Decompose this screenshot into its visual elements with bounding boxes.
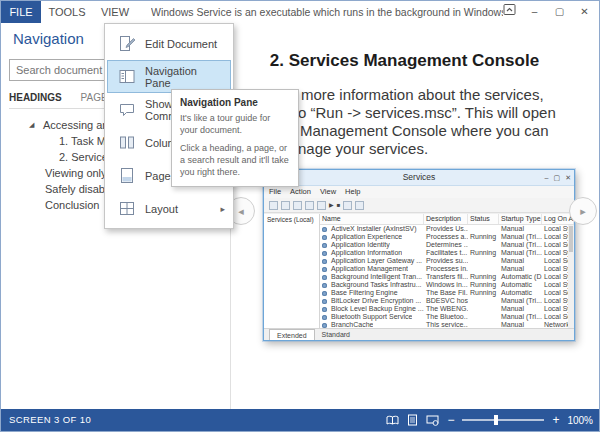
- service-row: ActiveX Installer (AxInstSV) Provides Us…: [320, 225, 574, 233]
- menu-item-edit-document[interactable]: Edit Document: [107, 27, 231, 60]
- tab-headings[interactable]: HEADINGS: [9, 89, 62, 107]
- menu-file: File: [269, 186, 281, 198]
- tooltip-text: It's like a tour guide for your document…: [180, 113, 290, 136]
- next-screen-button[interactable]: ▸: [569, 197, 597, 225]
- service-gear-icon: [322, 259, 327, 264]
- menu-item-label: Edit Document: [145, 38, 217, 50]
- document-text-line: more information about the services,: [301, 86, 544, 103]
- menu-item-label: Layout: [145, 203, 178, 215]
- services-rows: ActiveX Installer (AxInstSV) Provides Us…: [320, 225, 574, 328]
- column-width-icon: [117, 133, 137, 153]
- services-window-controls: – ▢ ✕: [545, 170, 571, 185]
- file-menu-button[interactable]: FILE: [1, 1, 41, 23]
- service-row: Application Identity Determines ... Manu…: [320, 241, 574, 249]
- service-row: Base Filtering Engine The Base Fil... Ru…: [320, 289, 574, 297]
- service-gear-icon: [322, 235, 327, 240]
- service-gear-icon: [322, 283, 327, 288]
- status-bar-right: − + 100%: [386, 409, 593, 431]
- document-heading: 2. Services Management Console: [232, 51, 577, 71]
- print-layout-icon[interactable]: [407, 414, 418, 426]
- submenu-arrow-icon: ▸: [220, 204, 225, 214]
- read-mode-icon[interactable]: [386, 415, 399, 426]
- service-gear-icon: [322, 227, 327, 232]
- service-row: Application Information Facilitates t...…: [320, 249, 574, 257]
- services-title: Services: [264, 170, 574, 185]
- tools-menu-button[interactable]: TOOLS: [45, 1, 89, 23]
- start-service-icon: ▶: [329, 201, 334, 210]
- menu-item-layout[interactable]: Layout ▸: [107, 192, 231, 225]
- services-body: Services (Local) Name Description Status…: [264, 214, 574, 328]
- zoom-level[interactable]: 100%: [567, 415, 593, 426]
- service-gear-icon: [322, 299, 327, 304]
- toolbar-icon: [269, 201, 278, 210]
- service-row: Bluetooth Support Service The Bluetoo...…: [320, 313, 574, 321]
- col-description: Description: [424, 214, 468, 224]
- service-row: BitLocker Drive Encryption ... BDESVC ho…: [320, 297, 574, 305]
- service-row: Background Tasks Infrastru... Windows in…: [320, 281, 574, 289]
- service-gear-icon: [322, 267, 327, 272]
- menu-item-label: Navigation Pane: [145, 65, 225, 89]
- menu-action: Action: [290, 186, 311, 198]
- ribbon-display-options-icon[interactable]: [499, 3, 520, 21]
- heading-label: Conclusion: [45, 197, 99, 213]
- document-text-line: Management Console where you can: [300, 122, 548, 139]
- service-row: Application Layer Gateway ... Provides s…: [320, 257, 574, 265]
- toolbar-icon: [293, 201, 302, 210]
- tab-standard: Standard: [315, 330, 357, 340]
- services-table: Name Description Status Startup Type Log…: [320, 214, 574, 328]
- navigation-pane-tooltip: Navigation Pane It's like a tour guide f…: [171, 89, 299, 187]
- window-controls: – ▢ ✕: [499, 1, 595, 23]
- stop-service-icon: ■: [337, 201, 341, 210]
- service-row: Background Intelligent Tran... Transfers…: [320, 273, 574, 281]
- col-name: Name: [320, 214, 424, 224]
- services-bottom-tabs: Extended Standard: [264, 328, 574, 340]
- web-layout-icon[interactable]: [426, 415, 439, 426]
- document-text-line: nage your services.: [298, 140, 428, 157]
- service-row: BranchCache This service... Manual Netwo…: [320, 321, 574, 328]
- minimize-button[interactable]: –: [524, 3, 545, 21]
- service-gear-icon: [322, 291, 327, 296]
- service-gear-icon: [322, 315, 327, 320]
- minimize-icon: –: [545, 174, 549, 181]
- maximize-icon: ▢: [554, 174, 561, 182]
- menu-view: View: [320, 186, 336, 198]
- document-title: Windows Service is an executable which r…: [151, 1, 503, 23]
- toolbar-icon: [281, 201, 290, 210]
- maximize-button[interactable]: ▢: [549, 3, 570, 21]
- zoom-slider-thumb[interactable]: [494, 415, 498, 425]
- service-gear-icon: [322, 251, 327, 256]
- screen-indicator: SCREEN 3 OF 10: [9, 409, 91, 431]
- service-row: Application Management Processes in... M…: [320, 265, 574, 273]
- menu-help: Help: [345, 186, 360, 198]
- tooltip-title: Navigation Pane: [180, 97, 290, 108]
- services-left-pane: Services (Local): [264, 214, 320, 328]
- zoom-slider[interactable]: [462, 419, 544, 421]
- document-text-line: o “Run -> services.msc”. This will open: [298, 104, 556, 121]
- col-status: Status: [468, 214, 499, 224]
- tab-extended: Extended: [269, 329, 315, 340]
- collapse-triangle-icon[interactable]: ◢: [29, 117, 43, 133]
- service-gear-icon: [322, 307, 327, 312]
- zoom-in-button[interactable]: +: [552, 409, 559, 431]
- tooltip-text: Click a heading, a page, or a search res…: [180, 143, 290, 178]
- service-gear-icon: [322, 275, 327, 280]
- services-toolbar: ▶ ■: [264, 198, 574, 213]
- close-icon: ✕: [565, 174, 571, 182]
- services-menubar: File Action View Help: [264, 186, 574, 198]
- view-menu-button[interactable]: VIEW: [95, 1, 135, 23]
- layout-icon: [117, 199, 137, 219]
- close-button[interactable]: ✕: [574, 3, 595, 21]
- service-gear-icon: [322, 323, 327, 328]
- services-titlebar: Services – ▢ ✕: [264, 170, 574, 186]
- service-gear-icon: [322, 243, 327, 248]
- services-table-header: Name Description Status Startup Type Log…: [320, 214, 574, 225]
- embedded-services-screenshot: Services – ▢ ✕ File Action View Help ▶: [263, 169, 575, 341]
- show-comments-icon: [117, 100, 137, 120]
- col-startup-type: Startup Type: [499, 214, 542, 224]
- zoom-out-button[interactable]: −: [447, 409, 454, 431]
- word-read-mode-window: Navigation HEADINGS PAGES RESULTS ◢ Acce…: [0, 0, 600, 432]
- service-row: Block Level Backup Engine ... The WBENG.…: [320, 305, 574, 313]
- toolbar-icon: [317, 201, 326, 210]
- navigation-pane-title: Navigation: [13, 30, 84, 47]
- services-scrollbar: [568, 225, 574, 328]
